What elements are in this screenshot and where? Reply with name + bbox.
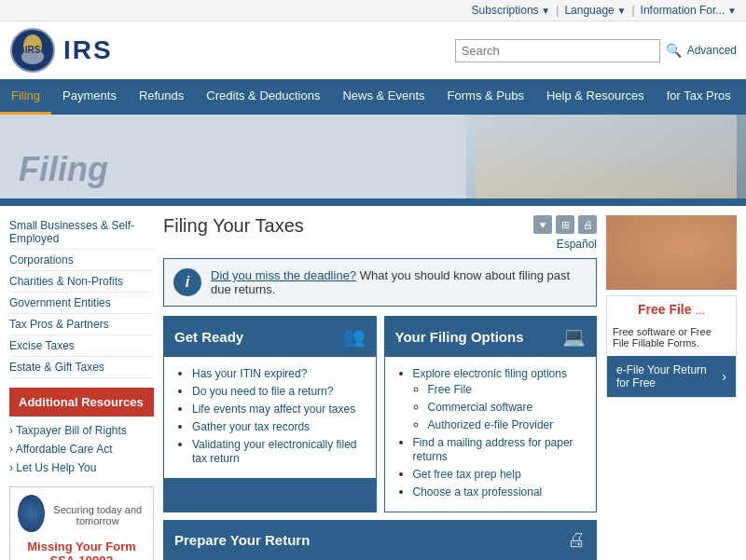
prepare-title: Prepare Your Return bbox=[174, 532, 310, 548]
top-bar: Subscriptions | Language | Information F… bbox=[0, 0, 746, 21]
print-icon[interactable]: 🖨 bbox=[578, 215, 597, 234]
need-to-file-link[interactable]: Do you need to file a return? bbox=[192, 385, 333, 398]
sidebar-affordable-care[interactable]: Affordable Care Act bbox=[9, 440, 154, 458]
get-ready-card: Get Ready 👥 Has your ITIN expired? Do yo… bbox=[163, 316, 377, 512]
efiling-sublist: Free File Commercial software Authorized… bbox=[413, 382, 586, 431]
irs-logo-text: IRS bbox=[63, 35, 113, 65]
free-file-link[interactable]: Free File bbox=[428, 383, 472, 396]
mailing-address-link[interactable]: Find a mailing address for paper returns bbox=[413, 436, 573, 463]
filing-options-title: Your Filing Options bbox=[395, 329, 524, 345]
list-item: Authorized e-file Provider bbox=[428, 417, 586, 431]
search-area: 🔍 Advanced bbox=[455, 39, 737, 62]
prepare-header: Prepare Your Return 🖨 bbox=[163, 520, 597, 560]
additional-resources-links: Taxpayer Bill of Rights Affordable Care … bbox=[9, 421, 154, 477]
list-item: Validating your electronically filed tax… bbox=[192, 437, 365, 465]
sidebar-taxpayer-rights[interactable]: Taxpayer Bill of Rights bbox=[9, 421, 154, 440]
subscriptions-dropdown[interactable]: Subscriptions bbox=[472, 4, 551, 17]
sidebar-link-charities[interactable]: Charities & Non-Profits bbox=[9, 271, 154, 293]
prepare-section: Prepare Your Return 🖨 Top Filing Topics … bbox=[163, 520, 597, 560]
authorized-efile-link[interactable]: Authorized e-file Provider bbox=[428, 418, 554, 431]
hero-person-image bbox=[476, 115, 737, 198]
nav-filing[interactable]: Filing bbox=[0, 79, 51, 115]
efile-button[interactable]: e-File Your Return for Free › bbox=[607, 356, 736, 397]
free-file-image bbox=[606, 215, 737, 290]
promo-seal-icon bbox=[18, 495, 45, 532]
right-sidebar: Free File ... Free software or Free File… bbox=[606, 215, 737, 560]
nav-forms-pubs[interactable]: Forms & Pubs bbox=[436, 79, 535, 115]
main-nav: Filing Payments Refunds Credits & Deduct… bbox=[0, 79, 746, 115]
get-ready-list: Has your ITIN expired? Do you need to fi… bbox=[175, 366, 365, 465]
get-ready-body: Has your ITIN expired? Do you need to fi… bbox=[163, 357, 377, 479]
list-item: Commercial software bbox=[428, 400, 586, 414]
efile-arrow-icon: › bbox=[722, 369, 726, 384]
page-title: Filing Your Taxes bbox=[163, 215, 304, 237]
irs-eagle-icon: IRS bbox=[9, 27, 56, 74]
left-sidebar: Small Businesses & Self-Employed Corpora… bbox=[9, 215, 154, 560]
gather-records-link[interactable]: Gather your tax records bbox=[192, 420, 310, 433]
filing-options-header: Your Filing Options 💻 bbox=[384, 316, 598, 357]
information-for-dropdown[interactable]: Information For... bbox=[641, 4, 737, 17]
info-box: i Did you miss the deadline? What you sh… bbox=[163, 258, 597, 307]
sidebar-promo: Securing today and tomorrow Missing Your… bbox=[9, 486, 154, 560]
list-item: Free File bbox=[428, 382, 586, 396]
free-file-box: Free File ... Free software or Free File… bbox=[606, 295, 737, 398]
list-item: Explore electronic filing options Free F… bbox=[413, 366, 586, 431]
nav-for-tax-pros[interactable]: for Tax Pros bbox=[656, 79, 742, 115]
sep2: | bbox=[631, 4, 634, 17]
get-ready-header: Get Ready 👥 bbox=[163, 316, 377, 357]
free-file-title-area: Free File ... bbox=[607, 296, 736, 322]
nav-payments[interactable]: Payments bbox=[51, 79, 128, 115]
free-tax-prep-link[interactable]: Get free tax prep help bbox=[413, 468, 521, 481]
get-ready-title: Get Ready bbox=[174, 329, 243, 345]
espanol-link[interactable]: Español bbox=[557, 238, 597, 251]
info-text: Did you miss the deadline? What you shou… bbox=[211, 268, 587, 296]
list-item: Do you need to file a return? bbox=[192, 384, 365, 398]
sidebar-let-us-help[interactable]: Let Us Help You bbox=[9, 458, 154, 477]
hero-banner: Filing bbox=[0, 115, 746, 198]
nav-refunds[interactable]: Refunds bbox=[128, 79, 195, 115]
choose-professional-link[interactable]: Choose a tax professional bbox=[413, 485, 543, 499]
cards-row: Get Ready 👥 Has your ITIN expired? Do yo… bbox=[163, 316, 597, 512]
get-ready-icon: 👥 bbox=[342, 325, 366, 348]
sep1: | bbox=[556, 4, 559, 17]
hero-image bbox=[466, 115, 746, 198]
free-file-person-image bbox=[606, 215, 737, 290]
nav-news-events[interactable]: News & Events bbox=[331, 79, 435, 115]
bookmark-icon[interactable]: ♥ bbox=[533, 215, 552, 234]
deadline-link[interactable]: Did you miss the deadline? bbox=[211, 268, 356, 282]
sidebar-link-tax-pros[interactable]: Tax Pros & Partners bbox=[9, 314, 154, 335]
filing-options-list: Explore electronic filing options Free F… bbox=[396, 366, 586, 499]
explore-efiling-link[interactable]: Explore electronic filing options bbox=[413, 367, 567, 380]
list-item: Gather your tax records bbox=[192, 419, 365, 433]
filing-options-card: Your Filing Options 💻 Explore electronic… bbox=[384, 316, 598, 512]
svg-text:IRS: IRS bbox=[25, 45, 41, 55]
content-area: Filing Your Taxes ♥ ⊞ 🖨 Español i Did yo… bbox=[163, 215, 597, 560]
list-item: Life events may affect your taxes bbox=[192, 402, 365, 416]
itin-expired-link[interactable]: Has your ITIN expired? bbox=[192, 367, 307, 380]
sidebar-link-corporations[interactable]: Corporations bbox=[9, 250, 154, 271]
search-button[interactable]: 🔍 bbox=[666, 43, 682, 58]
free-file-description: Free software or Free File Fillable Form… bbox=[607, 322, 736, 352]
sidebar-link-excise[interactable]: Excise Taxes bbox=[9, 335, 154, 357]
nav-credits-deductions[interactable]: Credits & Deductions bbox=[195, 79, 331, 115]
page-tools: ♥ ⊞ 🖨 bbox=[533, 215, 597, 234]
blue-divider bbox=[0, 198, 746, 206]
sidebar-link-estate[interactable]: Estate & Gift Taxes bbox=[9, 357, 154, 378]
share-icon[interactable]: ⊞ bbox=[556, 215, 574, 234]
language-dropdown[interactable]: Language bbox=[564, 4, 626, 17]
efile-button-label: e-File Your Return for Free bbox=[616, 363, 722, 389]
info-icon: i bbox=[173, 268, 201, 296]
promo-title[interactable]: Missing Your Form SSA-1099? bbox=[18, 540, 145, 560]
page-title-row: Filing Your Taxes ♥ ⊞ 🖨 Español bbox=[163, 215, 597, 251]
search-input[interactable] bbox=[455, 39, 660, 62]
validating-link[interactable]: Validating your electronically filed tax… bbox=[192, 438, 357, 465]
free-file-title-text: Free File bbox=[638, 302, 692, 317]
nav-help-resources[interactable]: Help & Resources bbox=[535, 79, 656, 115]
promo-text: Securing today and tomorrow bbox=[50, 504, 145, 526]
sidebar-link-small-business[interactable]: Small Businesses & Self-Employed bbox=[9, 215, 154, 250]
advanced-search-link[interactable]: Advanced bbox=[687, 44, 737, 57]
list-item: Find a mailing address for paper returns bbox=[413, 435, 586, 463]
sidebar-link-government[interactable]: Government Entities bbox=[9, 293, 154, 314]
life-events-link[interactable]: Life events may affect your taxes bbox=[192, 403, 355, 416]
commercial-software-link[interactable]: Commercial software bbox=[428, 401, 533, 414]
